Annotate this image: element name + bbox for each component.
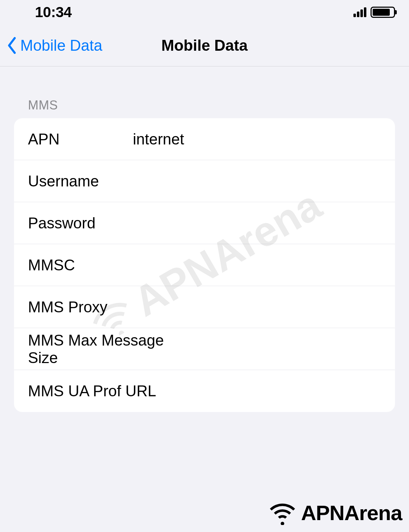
settings-row-mms-max-size[interactable]: MMS Max Message Size <box>14 328 395 370</box>
battery-icon <box>371 7 395 18</box>
mmsc-input[interactable] <box>133 256 381 274</box>
row-label-mms-proxy: MMS Proxy <box>28 298 133 316</box>
page-title: Mobile Data <box>162 37 248 54</box>
row-label-password: Password <box>28 214 133 232</box>
settings-row-apn[interactable]: APN <box>14 118 395 160</box>
navigation-bar: Mobile Data Mobile Data <box>0 24 409 66</box>
settings-row-mmsc[interactable]: MMSC <box>14 244 395 286</box>
back-button[interactable]: Mobile Data <box>7 37 102 54</box>
username-input[interactable] <box>133 172 381 190</box>
content-area: MMS APN Username Password MMSC MMS Proxy <box>0 66 409 412</box>
password-input[interactable] <box>133 214 381 232</box>
back-label: Mobile Data <box>20 37 102 54</box>
row-label-mmsc: MMSC <box>28 256 133 274</box>
footer-text: APNArena <box>301 501 402 525</box>
footer-logo: APNArena <box>267 501 402 525</box>
row-label-apn: APN <box>28 130 133 148</box>
settings-row-username[interactable]: Username <box>14 160 395 202</box>
settings-row-password[interactable]: Password <box>14 202 395 244</box>
settings-group-mms: APN Username Password MMSC MMS Proxy MMS… <box>14 118 395 412</box>
status-bar: 10:34 <box>0 0 409 24</box>
row-label-mms-ua-prof: MMS UA Prof URL <box>28 382 189 400</box>
section-header-mms: MMS <box>14 98 395 118</box>
status-icons <box>353 7 395 18</box>
row-label-username: Username <box>28 172 133 190</box>
apn-input[interactable] <box>133 130 381 148</box>
mms-proxy-input[interactable] <box>133 298 381 316</box>
row-label-mms-max-size: MMS Max Message Size <box>28 332 189 367</box>
chevron-left-icon <box>7 37 17 54</box>
settings-row-mms-proxy[interactable]: MMS Proxy <box>14 286 395 328</box>
status-time: 10:34 <box>35 4 72 21</box>
settings-row-mms-ua-prof[interactable]: MMS UA Prof URL <box>14 370 395 412</box>
mms-ua-prof-input[interactable] <box>189 382 381 400</box>
cellular-signal-icon <box>353 7 366 17</box>
wifi-icon <box>267 501 298 525</box>
mms-max-size-input[interactable] <box>189 340 381 358</box>
